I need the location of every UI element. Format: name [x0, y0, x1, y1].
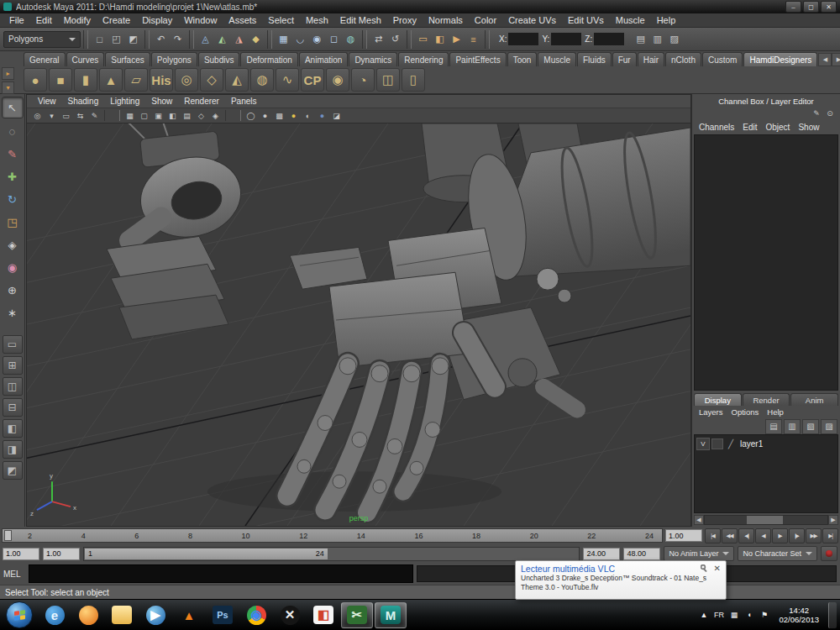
menu-item[interactable]: Mesh — [300, 15, 334, 25]
menu-item[interactable]: Select — [262, 15, 300, 25]
channel-box-menu-item[interactable]: Object — [762, 123, 795, 132]
layer-type-toggle[interactable] — [711, 438, 723, 449]
vlc-icon[interactable]: ▲ — [173, 602, 205, 628]
layer-editor-menu-item[interactable]: Layers — [695, 407, 727, 417]
menu-item[interactable]: Muscle — [610, 15, 651, 25]
open-render-view-icon[interactable]: ▭ — [415, 31, 431, 48]
snap-to-plane-icon[interactable]: ◻ — [326, 31, 342, 48]
viewport-menu-item[interactable]: Show — [145, 97, 178, 106]
gate-mask-icon[interactable]: ◧ — [165, 109, 180, 122]
grid-toggle-icon[interactable]: ▦ — [123, 109, 137, 122]
anim-layer-dropdown[interactable]: No Anim Layer — [664, 546, 734, 561]
redo-icon[interactable]: ↷ — [170, 31, 186, 48]
keyboard-icon[interactable]: ▦ — [728, 608, 739, 622]
shelf-tab[interactable]: Polygons — [151, 52, 197, 66]
layer-row[interactable]: V ╱ layer1 — [696, 437, 836, 450]
poly-plane-icon[interactable]: ▱ — [124, 68, 148, 92]
statusline-separator[interactable] — [362, 30, 367, 49]
undo-icon[interactable]: ↶ — [153, 31, 169, 48]
all-lights-icon[interactable]: ● — [286, 109, 301, 122]
barrel-primitive-icon[interactable]: ▯ — [402, 68, 425, 92]
field-chart-icon[interactable]: ▤ — [180, 109, 194, 122]
shelf-tab[interactable]: Dynamics — [349, 52, 397, 66]
shelf-menu-icon[interactable]: ▾ — [2, 81, 14, 94]
layer-color-swatch[interactable]: ╱ — [725, 438, 737, 449]
menu-item[interactable]: Edit UVs — [562, 15, 610, 25]
sculpt-tool-icon[interactable]: ◔ — [351, 68, 375, 92]
layer-editor-tab[interactable]: Render — [743, 393, 790, 406]
language-indicator[interactable]: FR — [713, 608, 724, 622]
scrollbar-track[interactable] — [704, 515, 828, 525]
statusline-separator[interactable] — [267, 30, 272, 49]
scroll-left-icon[interactable]: ◀ — [694, 515, 704, 525]
show-desktop-button[interactable] — [828, 602, 837, 628]
layout-hypergraph-persp-button[interactable]: ◩ — [3, 461, 23, 480]
statusline-separator[interactable] — [83, 30, 88, 49]
custom-cp-icon[interactable]: CP — [301, 68, 324, 92]
firefox-icon[interactable] — [72, 602, 104, 628]
create-layer-from-selected-icon[interactable]: ▨ — [821, 419, 837, 434]
menu-item[interactable]: Create UVs — [502, 15, 562, 25]
universal-manipulator-tool[interactable]: ◈ — [3, 234, 23, 255]
tool-settings-toggle[interactable]: ▥ — [649, 31, 665, 48]
select-object-icon[interactable]: ◭ — [214, 31, 230, 48]
viewport-scene[interactable]: y x z — [27, 123, 690, 526]
shaded-mode-icon[interactable]: ● — [258, 109, 272, 122]
viewport-menu-item[interactable]: View — [32, 97, 62, 106]
input-connections-icon[interactable]: ⇄ — [370, 31, 386, 48]
taskbar-clock[interactable]: 14:42 02/06/2013 — [774, 606, 824, 624]
layer-editor-menu-item[interactable]: Help — [763, 407, 788, 417]
menu-item[interactable]: Color — [469, 15, 502, 25]
play-backwards-button[interactable]: ◀ — [755, 528, 771, 543]
channel-box-toggle[interactable]: ▨ — [666, 31, 682, 48]
render-settings-icon[interactable]: ≡ — [465, 31, 481, 48]
scrollbar-thumb[interactable] — [747, 516, 784, 524]
layout-two-pane-stacked-button[interactable]: ⊟ — [3, 398, 23, 417]
poly-torus-icon[interactable]: ◎ — [175, 68, 198, 92]
viewport-menu-item[interactable]: Shading — [62, 97, 105, 106]
lasso-tool[interactable]: ◌ — [3, 121, 23, 141]
xray-icon[interactable]: ● — [315, 109, 329, 122]
shelf-tab[interactable]: Animation — [299, 52, 348, 66]
layout-outliner-persp-button[interactable]: ◨ — [3, 440, 23, 459]
show-manipulator-tool[interactable]: ⊕ — [3, 280, 23, 300]
ipr-render-icon[interactable]: ▶ — [449, 31, 465, 48]
poly-pyramid-icon[interactable]: ◭ — [225, 68, 249, 92]
layer-editor-tab[interactable]: Anim — [790, 393, 838, 406]
viewport-menu-item[interactable]: Panels — [225, 97, 263, 106]
viewport-menu-item[interactable]: Lighting — [104, 97, 145, 106]
select-hierarchy-icon[interactable]: ◬ — [197, 31, 213, 48]
go-to-start-button[interactable]: |◀ — [705, 528, 721, 543]
character-set-dropdown[interactable]: No Character Set — [738, 546, 817, 561]
scroll-right-icon[interactable]: ▶ — [828, 515, 838, 525]
layer-name[interactable]: layer1 — [738, 439, 763, 449]
range-slider-track[interactable]: 1 24 — [83, 547, 580, 561]
wireframe-mode-icon[interactable]: ◯ — [244, 109, 258, 122]
coordinate-input[interactable] — [594, 33, 624, 45]
maya-icon[interactable]: M — [375, 602, 407, 628]
mirror-geometry-icon[interactable]: ◫ — [376, 68, 400, 92]
menu-item[interactable]: Edit — [30, 15, 58, 25]
layer-visibility-toggle[interactable]: V — [696, 438, 710, 450]
camera-bookmark-icon[interactable]: ▾ — [45, 109, 59, 122]
shelf-scroll-right-icon[interactable]: ▶ — [832, 53, 840, 66]
shelf-tab[interactable]: Fluids — [577, 52, 612, 66]
close-button[interactable]: ✕ — [821, 1, 837, 13]
menu-item[interactable]: Create — [97, 15, 136, 25]
file-new-icon[interactable]: □ — [92, 31, 108, 48]
coordinate-input[interactable] — [508, 33, 538, 45]
channel-box-menu-item[interactable]: Show — [794, 123, 823, 132]
rotate-tool[interactable]: ↻ — [3, 189, 23, 209]
menu-set-dropdown[interactable]: Polygons — [3, 31, 81, 48]
chrome-icon[interactable]: ◉ — [240, 602, 272, 628]
grease-pencil-icon[interactable]: ✎ — [87, 109, 102, 122]
move-tool[interactable]: ✚ — [3, 166, 23, 186]
current-time-field[interactable] — [665, 529, 702, 542]
shelf-tab[interactable]: Subdivs — [198, 52, 240, 66]
snap-to-curve-icon[interactable]: ◡ — [292, 31, 308, 48]
shelf-tab[interactable]: General — [24, 52, 66, 66]
action-center-icon[interactable]: ⚑ — [759, 608, 769, 622]
menu-item[interactable]: Window — [178, 15, 223, 25]
shelf-tab[interactable]: HamdiDesigners — [743, 52, 817, 66]
shelf-tab[interactable]: Deformation — [240, 52, 297, 66]
